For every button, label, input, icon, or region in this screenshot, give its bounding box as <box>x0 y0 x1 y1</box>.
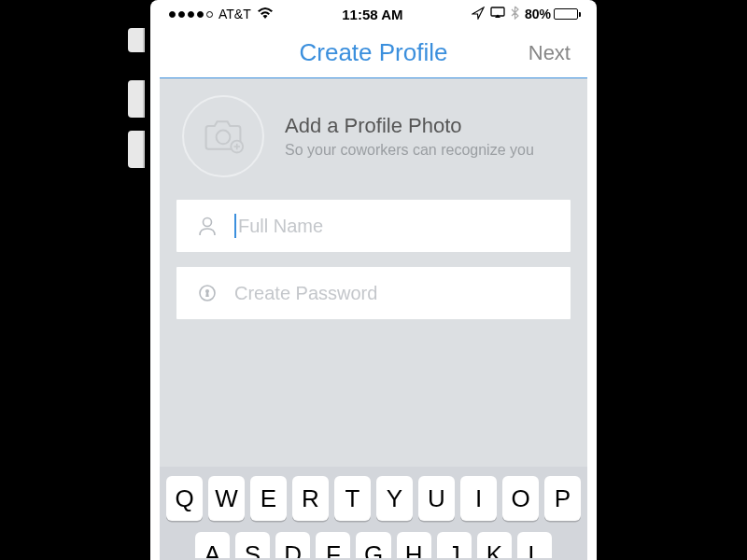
keyboard: QWERTYUIOP ASDFGHJKL <box>160 467 587 560</box>
battery-pct-label: 80% <box>525 7 551 21</box>
fullname-row[interactable]: Full Name <box>176 200 571 252</box>
key-k[interactable]: K <box>477 532 512 558</box>
add-photo-title: Add a Profile Photo <box>285 114 534 138</box>
key-g[interactable]: G <box>356 532 390 558</box>
key-r[interactable]: R <box>292 476 329 521</box>
key-p[interactable]: P <box>544 476 581 521</box>
wifi-icon <box>257 7 274 22</box>
carrier-label: AT&T <box>218 7 251 21</box>
key-w[interactable]: W <box>208 476 245 521</box>
screen: AT&T 11:58 AM 80% <box>160 0 587 560</box>
key-e[interactable]: E <box>250 476 287 521</box>
key-i[interactable]: I <box>460 476 497 521</box>
nav-bar: Create Profile Next <box>160 28 587 78</box>
svg-point-5 <box>204 218 212 227</box>
location-icon <box>472 7 485 22</box>
phone-frame: AT&T 11:58 AM 80% <box>150 0 597 560</box>
fullname-placeholder: Full Name <box>238 216 323 237</box>
clock-label: 11:58 AM <box>342 7 402 22</box>
key-q[interactable]: Q <box>166 476 203 521</box>
key-j[interactable]: J <box>437 532 472 558</box>
battery-icon <box>554 8 578 20</box>
person-icon <box>197 216 218 236</box>
text-cursor <box>234 214 236 238</box>
key-l[interactable]: L <box>517 532 552 558</box>
key-s[interactable]: S <box>235 532 270 558</box>
svg-point-1 <box>217 131 231 145</box>
key-h[interactable]: H <box>397 532 431 558</box>
add-photo-subtitle: So your coworkers can recognize you <box>285 142 534 159</box>
add-photo-section[interactable]: Add a Profile Photo So your coworkers ca… <box>176 95 571 177</box>
key-d[interactable]: D <box>275 532 310 558</box>
signal-strength-icon <box>169 11 213 18</box>
keyboard-row-1: QWERTYUIOP <box>166 476 581 521</box>
key-o[interactable]: O <box>502 476 539 521</box>
camera-icon <box>202 118 245 155</box>
side-buttons <box>128 28 145 181</box>
key-t[interactable]: T <box>334 476 371 521</box>
lock-icon <box>197 284 218 302</box>
content-area: Add a Profile Photo So your coworkers ca… <box>160 78 587 467</box>
bluetooth-icon <box>511 6 519 22</box>
airplay-icon <box>490 7 505 21</box>
status-bar: AT&T 11:58 AM 80% <box>160 0 587 28</box>
photo-placeholder-circle[interactable] <box>182 95 264 177</box>
page-title: Create Profile <box>300 38 448 67</box>
next-button[interactable]: Next <box>529 41 571 65</box>
keyboard-row-2: ASDFGHJKL <box>166 532 581 558</box>
password-input[interactable] <box>234 283 550 304</box>
key-f[interactable]: F <box>316 532 350 558</box>
password-row[interactable] <box>176 267 571 319</box>
key-u[interactable]: U <box>418 476 455 521</box>
key-y[interactable]: Y <box>376 476 413 521</box>
fullname-input[interactable]: Full Name <box>234 214 550 238</box>
key-a[interactable]: A <box>195 532 230 558</box>
